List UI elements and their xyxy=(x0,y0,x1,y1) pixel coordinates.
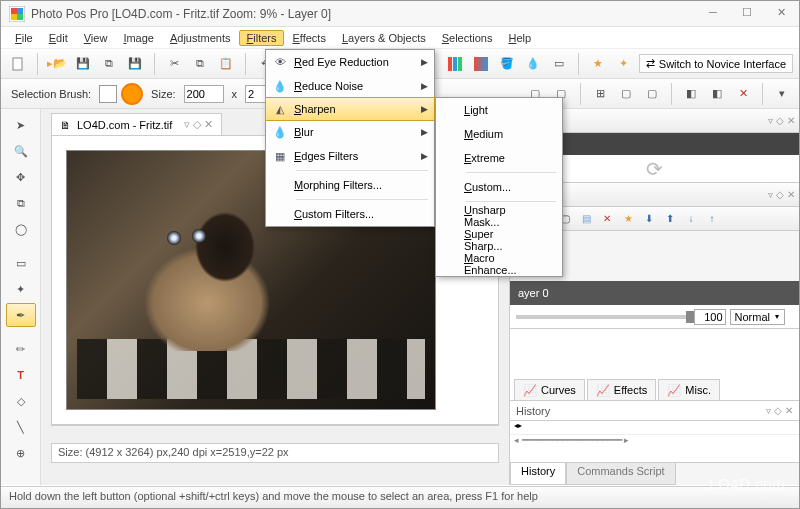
sharpen-item-super-sharp-[interactable]: Super Sharp... xyxy=(436,228,562,252)
layer-btn-7[interactable]: ⬇ xyxy=(640,210,658,228)
sharpen-item-macro-enhance-[interactable]: Macro Enhance... xyxy=(436,252,562,276)
layer-btn-5[interactable]: ✕ xyxy=(598,210,616,228)
opt-d-icon[interactable]: ▢ xyxy=(615,83,637,105)
opacity-slider[interactable] xyxy=(516,315,690,319)
menu-view[interactable]: View xyxy=(76,30,116,46)
layer-btn-6[interactable]: ★ xyxy=(619,210,637,228)
svg-rect-6 xyxy=(448,57,452,71)
layer-btn-8[interactable]: ⬆ xyxy=(661,210,679,228)
save-icon[interactable]: 💾 xyxy=(72,53,94,75)
cut-icon[interactable]: ✂ xyxy=(163,53,185,75)
new-icon[interactable] xyxy=(7,53,29,75)
filters-item-blur[interactable]: 💧Blur▶ xyxy=(266,120,434,144)
zoom-tool[interactable]: 🔍 xyxy=(6,139,36,163)
menu-layers-objects[interactable]: Layers & Objects xyxy=(334,30,434,46)
layer-btn-10[interactable]: ↑ xyxy=(703,210,721,228)
saveas-icon[interactable]: 💾 xyxy=(124,53,146,75)
opt-g-icon[interactable]: ◧ xyxy=(706,83,728,105)
text-tool[interactable]: T xyxy=(6,363,36,387)
filters-item-reduce-noise[interactable]: 💧Reduce Noise▶ xyxy=(266,74,434,98)
marquee-tool[interactable]: ▭ xyxy=(6,251,36,275)
brush-shape-round[interactable] xyxy=(121,83,143,105)
minimize-button[interactable]: ─ xyxy=(703,6,723,22)
doc-icon: 🗎 xyxy=(60,119,71,131)
crop-tool[interactable]: ⧉ xyxy=(6,191,36,215)
palette-icon[interactable] xyxy=(444,53,466,75)
horizontal-scrollbar[interactable] xyxy=(51,425,499,441)
menu-help[interactable]: Help xyxy=(500,30,539,46)
svg-rect-7 xyxy=(453,57,457,71)
tab-misc[interactable]: 📈Misc. xyxy=(658,379,720,400)
drop-icon: 💧 xyxy=(266,80,294,93)
document-tab[interactable]: 🗎 LO4D.com - Fritz.tif ▿ ◇ ✕ xyxy=(51,113,222,135)
filters-item-edges-filters[interactable]: ▦Edges Filters▶ xyxy=(266,144,434,168)
filters-item-custom-filters-[interactable]: Custom Filters... xyxy=(266,202,434,226)
size-width-input[interactable] xyxy=(184,85,224,103)
opt-c-icon[interactable]: ⊞ xyxy=(589,83,611,105)
tab-effects[interactable]: 📈Effects xyxy=(587,379,656,400)
line-tool[interactable]: ╲ xyxy=(6,415,36,439)
bucket-icon[interactable]: 🪣 xyxy=(496,53,518,75)
bottom-tab-commands-script[interactable]: Commands Script xyxy=(566,463,675,485)
menu-file[interactable]: File xyxy=(7,30,41,46)
copy-icon[interactable]: ⧉ xyxy=(98,53,120,75)
drop2-icon[interactable]: 💧 xyxy=(522,53,544,75)
maximize-button[interactable]: ☐ xyxy=(737,6,757,22)
close-button[interactable]: ✕ xyxy=(771,6,791,22)
tab-icon: 📈 xyxy=(596,384,610,397)
lasso-tool[interactable]: ◯ xyxy=(6,217,36,241)
open-icon[interactable]: ▸📂 xyxy=(46,53,68,75)
chevron-down-icon[interactable]: ▾ xyxy=(771,83,793,105)
wand-tool[interactable]: ✦ xyxy=(6,277,36,301)
move-tool[interactable]: ✥ xyxy=(6,165,36,189)
svg-rect-5 xyxy=(13,58,22,70)
filters-item-red-eye-reduction[interactable]: 👁Red Eye Reduction▶ xyxy=(266,50,434,74)
brush-tool[interactable]: ✏ xyxy=(6,337,36,361)
blend-mode-select[interactable]: Normal xyxy=(730,309,785,325)
tool-palette: ➤ 🔍 ✥ ⧉ ◯ ▭ ✦ ✒ ✏ T ◇ ╲ ⊕ xyxy=(1,109,41,485)
filters-item-sharpen[interactable]: ◭Sharpen▶ xyxy=(265,97,435,121)
panel-menu-icon[interactable]: ▿ ◇ ✕ xyxy=(768,115,795,126)
star-icon[interactable]: ★ xyxy=(587,53,609,75)
menu-selections[interactable]: Selections xyxy=(434,30,501,46)
switch-interface-button[interactable]: ⇄ Switch to Novice Interface xyxy=(639,54,793,73)
pointer-tool[interactable]: ➤ xyxy=(6,113,36,137)
opacity-input[interactable] xyxy=(694,309,726,325)
layer-btn-4[interactable]: ▤ xyxy=(577,210,595,228)
brush-shape-square[interactable] xyxy=(99,85,117,103)
clone-tool[interactable]: ⊕ xyxy=(6,441,36,465)
bottom-tab-history[interactable]: History xyxy=(510,463,566,485)
menu-edit[interactable]: Edit xyxy=(41,30,76,46)
opt-x-icon[interactable]: ✕ xyxy=(732,83,754,105)
rect-icon[interactable]: ▭ xyxy=(548,53,570,75)
menu-adjustments[interactable]: Adjustments xyxy=(162,30,239,46)
switch-label: Switch to Novice Interface xyxy=(659,58,786,70)
panel2-menu-icon[interactable]: ▿ ◇ ✕ xyxy=(768,189,795,200)
opt-f-icon[interactable]: ◧ xyxy=(680,83,702,105)
copy2-icon[interactable]: ⧉ xyxy=(189,53,211,75)
layer-row[interactable]: ayer 0 xyxy=(510,281,799,305)
sharpen-item-light[interactable]: Light xyxy=(436,98,562,122)
history-menu-icon[interactable]: ▿ ◇ ✕ xyxy=(766,405,793,416)
opt-e-icon[interactable]: ▢ xyxy=(641,83,663,105)
menu-effects[interactable]: Effects xyxy=(284,30,333,46)
gradient-icon[interactable] xyxy=(470,53,492,75)
doc-title: LO4D.com - Fritz.tif xyxy=(77,119,172,131)
layer-btn-9[interactable]: ↓ xyxy=(682,210,700,228)
svg-rect-4 xyxy=(17,14,23,20)
sharpen-item-unsharp-mask-[interactable]: Unsharp Mask... xyxy=(436,204,562,228)
wand-icon[interactable]: ✦ xyxy=(613,53,635,75)
history-label: History xyxy=(516,405,550,417)
refresh-icon[interactable]: ⟳ xyxy=(646,157,663,181)
menu-image[interactable]: Image xyxy=(115,30,162,46)
sharpen-item-custom-[interactable]: Custom... xyxy=(436,175,562,199)
menu-filters[interactable]: Filters xyxy=(239,30,285,46)
sharpen-item-medium[interactable]: Medium xyxy=(436,122,562,146)
shape-tool[interactable]: ◇ xyxy=(6,389,36,413)
eyedropper-tool[interactable]: ✒ xyxy=(6,303,36,327)
doc-menu-icon[interactable]: ▿ ◇ ✕ xyxy=(184,118,213,131)
paste-icon[interactable]: 📋 xyxy=(215,53,237,75)
filters-item-morphing-filters-[interactable]: Morphing Filters... xyxy=(266,173,434,197)
sharpen-item-extreme[interactable]: Extreme xyxy=(436,146,562,170)
tab-curves[interactable]: 📈Curves xyxy=(514,379,585,400)
